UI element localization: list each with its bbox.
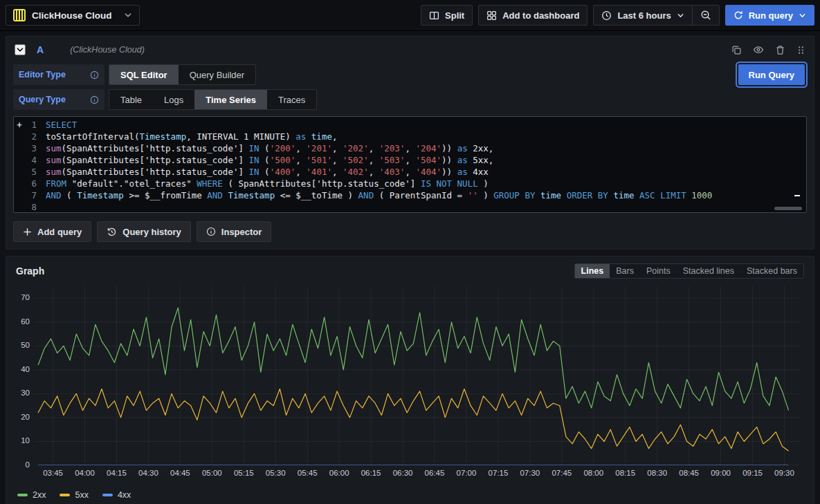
info-icon [206, 227, 216, 236]
y-axis-tick-label: 60 [13, 317, 30, 326]
chart-legend: 2xx5xx4xx [17, 490, 131, 500]
x-axis-tick-label: 07:00 [451, 469, 482, 477]
x-axis-tick-label: 04:00 [70, 469, 100, 477]
sync-icon [734, 10, 743, 20]
graph-mode-stacked-lines[interactable]: Stacked lines [677, 264, 740, 278]
gutter-spacer [14, 131, 25, 142]
x-axis-tick-label: 09:30 [769, 469, 799, 477]
chevron-down-icon [677, 12, 684, 19]
x-axis-tick-label: 08:45 [674, 469, 704, 477]
line-number: 8 [25, 201, 46, 213]
x-axis-tick-label: 09:00 [706, 469, 736, 477]
legend-label: 2xx [33, 490, 46, 500]
code-line: +1SELECT [14, 119, 806, 131]
line-number: 1 [25, 119, 46, 131]
split-button[interactable]: Split [421, 5, 473, 26]
editor-type-sql-editor[interactable]: SQL Editor [109, 65, 179, 84]
top-navigation-bar: ClickHouse Cloud Split Add to dashboard … [0, 0, 820, 31]
graph-style-toggle: Lines Bars Points Stacked lines Stacked … [574, 263, 804, 279]
editor-type-toggle: SQL Editor Query Builder [109, 64, 256, 85]
info-icon [90, 71, 99, 80]
x-axis-tick-label: 06:30 [388, 469, 418, 477]
trash-icon [775, 45, 785, 55]
graph-mode-bars[interactable]: Bars [610, 264, 640, 278]
y-axis-tick-label: 20 [13, 413, 30, 421]
legend-item-2xx[interactable]: 2xx [17, 490, 46, 500]
code-lines: +1SELECT2toStartOfInterval(Timestamp, IN… [14, 119, 806, 213]
query-row-header: A (ClickHouse Cloud) [13, 39, 807, 60]
duplicate-query-button[interactable] [731, 45, 742, 55]
gutter-spacer [14, 201, 25, 213]
editor-type-query-builder[interactable]: Query Builder [179, 65, 255, 84]
toggle-visibility-button[interactable] [753, 44, 764, 55]
x-axis-tick-label: 03:45 [38, 469, 69, 477]
x-axis-tick-label: 06:00 [324, 469, 354, 477]
datasource-picker[interactable]: ClickHouse Cloud [6, 5, 140, 26]
line-number: 3 [25, 142, 46, 154]
gutter-spacer [14, 154, 25, 166]
time-range-picker[interactable]: Last 6 hours [594, 6, 691, 25]
graph-mode-points[interactable]: Points [640, 264, 677, 278]
query-row-actions [731, 44, 805, 55]
graph-panel: Graph Lines Bars Points Stacked lines St… [6, 256, 814, 504]
query-type-logs[interactable]: Logs [153, 90, 194, 109]
code-line: 7AND ( Timestamp >= $__fromTime AND Time… [14, 189, 806, 201]
chart-plot[interactable] [34, 286, 801, 465]
query-type-row: Query Type Table Logs Time Series Traces [13, 89, 807, 110]
run-query-label: Run query [749, 10, 793, 21]
query-history-button[interactable]: Query history [97, 221, 191, 242]
x-axis-tick-label: 07:30 [515, 469, 545, 477]
zoom-out-time-button[interactable] [693, 6, 719, 25]
x-axis-tick-label: 07:45 [547, 469, 577, 477]
x-axis-tick-label: 04:30 [133, 469, 163, 477]
graph-mode-lines[interactable]: Lines [575, 264, 610, 278]
query-type-label: Query Type [13, 89, 104, 110]
delete-query-button[interactable] [775, 45, 785, 55]
x-axis-tick-label: 08:30 [642, 469, 673, 477]
add-to-dashboard-button[interactable]: Add to dashboard [478, 5, 587, 26]
inspector-button[interactable]: Inspector [197, 221, 272, 242]
run-query-panel-button[interactable]: Run Query [738, 64, 805, 85]
chevron-down-icon [799, 12, 806, 19]
y-axis-tick-label: 70 [13, 293, 30, 301]
graph-mode-stacked-bars[interactable]: Stacked bars [740, 264, 803, 278]
x-axis-tick-label: 06:45 [419, 469, 450, 477]
gutter-spacer [14, 178, 25, 189]
horizontal-scrollbar-thumb[interactable] [774, 207, 802, 210]
gutter-spacer [14, 142, 25, 154]
legend-item-4xx[interactable]: 4xx [102, 490, 131, 500]
query-datasource-hint: (ClickHouse Cloud) [70, 45, 145, 55]
run-query-toolbar-button[interactable]: Run query [725, 5, 814, 26]
toolbar-actions: Split Add to dashboard Last 6 hours [421, 5, 814, 26]
query-type-table[interactable]: Table [109, 90, 153, 109]
x-axis-tick-label: 05:00 [197, 469, 227, 477]
x-axis-tick-label: 06:15 [356, 469, 386, 477]
time-series-chart: 01020304050607003:4504:0004:1504:3004:45… [13, 281, 807, 501]
query-type-traces[interactable]: Traces [267, 90, 316, 109]
code-line: 6FROM "default"."otel_traces" WHERE ( Sp… [14, 178, 806, 189]
x-axis-tick-label: 09:15 [738, 469, 768, 477]
collapse-query-button[interactable] [15, 44, 26, 55]
text-cursor [794, 195, 800, 196]
query-editor-panel: A (ClickHouse Cloud) [6, 36, 814, 250]
eye-icon [753, 44, 764, 55]
legend-item-5xx[interactable]: 5xx [60, 490, 88, 500]
code-line: 3sum(SpanAttributes['http.status_code'] … [14, 142, 806, 154]
grip-dots-icon [796, 46, 805, 55]
chevron-down-icon [124, 11, 132, 19]
line-number: 5 [25, 166, 46, 178]
y-axis-tick-label: 30 [13, 389, 30, 397]
query-type-time-series[interactable]: Time Series [194, 90, 267, 109]
y-axis-tick-label: 0 [13, 460, 30, 469]
graph-panel-header: Graph Lines Bars Points Stacked lines St… [13, 263, 807, 279]
code-line: 2toStartOfInterval(Timestamp, INTERVAL 1… [14, 131, 806, 142]
drag-handle[interactable] [796, 46, 805, 55]
legend-label: 5xx [75, 490, 88, 500]
gutter-spacer [14, 189, 25, 201]
query-type-toggle: Table Logs Time Series Traces [109, 89, 317, 110]
split-icon [429, 10, 439, 21]
add-query-button[interactable]: Add query [13, 221, 91, 242]
code-line: 4sum(SpanAttributes['http.status_code'] … [14, 154, 806, 166]
history-icon [107, 227, 117, 237]
sql-code-editor[interactable]: +1SELECT2toStartOfInterval(Timestamp, IN… [13, 116, 807, 213]
